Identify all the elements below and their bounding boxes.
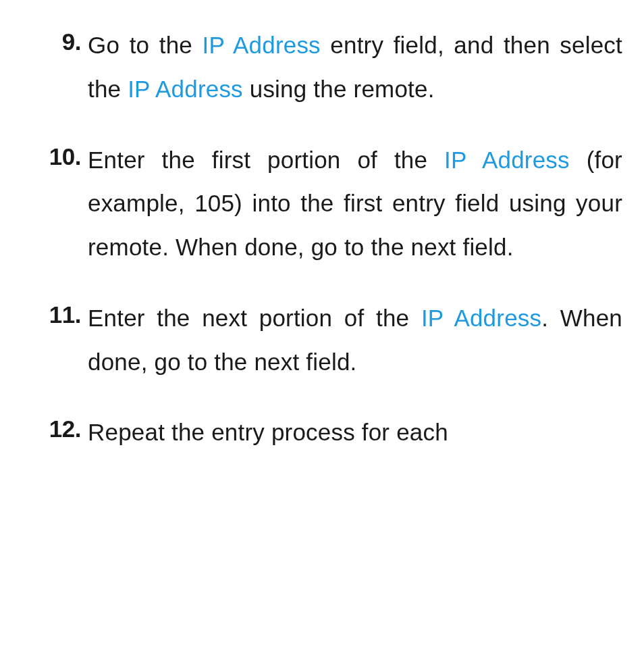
step-body: Enter the next portion of the IP Address…: [88, 297, 630, 384]
text-fragment: using the remote.: [243, 76, 435, 102]
term-ip-address: IP Address: [128, 76, 243, 102]
text-fragment: Enter the first portion of the: [88, 147, 444, 173]
step-12: 12. Repeat the entry process for each: [14, 411, 630, 455]
instruction-list: 9. Go to the IP Address entry field, and…: [14, 24, 630, 455]
text-fragment: Enter the next portion of the: [88, 305, 421, 331]
text-fragment: Repeat the entry process for each: [88, 419, 448, 445]
step-9: 9. Go to the IP Address entry field, and…: [14, 24, 630, 111]
step-10: 10. Enter the first portion of the IP Ad…: [14, 138, 630, 270]
step-body: Repeat the entry process for each: [88, 411, 630, 455]
step-11: 11. Enter the next portion of the IP Add…: [14, 297, 630, 384]
text-fragment: Go to the: [88, 32, 203, 58]
step-number: 10.: [14, 138, 88, 175]
term-ip-address: IP Address: [203, 32, 321, 58]
step-body: Enter the first portion of the IP Addres…: [88, 138, 630, 270]
step-number: 9.: [14, 24, 88, 60]
step-number: 11.: [14, 297, 88, 333]
step-number: 12.: [14, 411, 88, 447]
term-ip-address: IP Address: [421, 305, 541, 331]
step-body: Go to the IP Address entry field, and th…: [88, 24, 630, 111]
term-ip-address: IP Address: [444, 147, 570, 173]
